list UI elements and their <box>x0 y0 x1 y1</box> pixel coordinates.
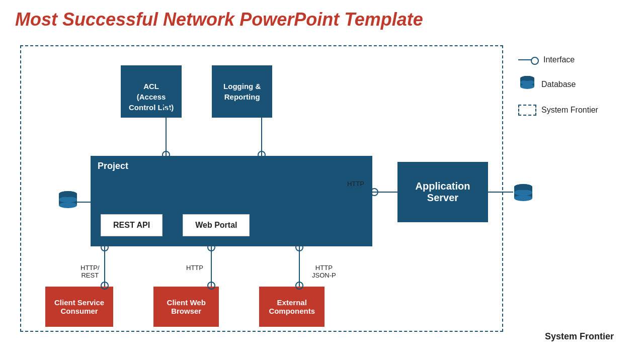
protocol-http-mid: HTTP <box>186 264 203 272</box>
legend-frontier-label: System Frontier <box>541 106 598 115</box>
bottom-boxes-container: Client Service Consumer Client Web Brows… <box>45 287 325 327</box>
diagram-area: Interface Database System Frontier ACL (… <box>15 40 629 347</box>
acl-box: ACL (Access Control List) <box>121 65 182 118</box>
rest-api-box: REST API <box>101 214 163 236</box>
client-web-box: Client Web Browser <box>153 287 219 327</box>
svg-point-33 <box>514 184 532 190</box>
svg-point-32 <box>514 190 532 196</box>
title-prefix: Most Successful <box>15 9 163 30</box>
inner-boxes: REST API Web Portal <box>101 214 250 236</box>
title-highlight: Network PowerPoint Template <box>163 9 423 30</box>
protocol-http-jsonp: HTTP JSON-P <box>312 264 336 279</box>
project-label: Project <box>98 161 128 171</box>
svg-rect-30 <box>514 187 532 198</box>
protocol-http-right: HTTP <box>347 180 364 188</box>
svg-point-29 <box>514 184 532 190</box>
legend: Interface Database System Frontier <box>518 55 619 126</box>
system-frontier-label: System Frontier <box>545 331 614 342</box>
page-title: Most Successful Network PowerPoint Templ… <box>0 0 644 35</box>
legend-interface: Interface <box>518 55 619 64</box>
logging-box: Logging & Reporting <box>212 65 272 118</box>
legend-database: Database <box>518 74 619 95</box>
legend-database-label: Database <box>541 80 576 89</box>
project-box: Project REST API Web Portal <box>91 156 372 246</box>
external-box: External Components <box>259 287 325 327</box>
app-server-box: Application Server <box>397 162 488 222</box>
client-service-box: Client Service Consumer <box>45 287 113 327</box>
svg-point-4 <box>520 76 534 81</box>
svg-point-31 <box>514 195 532 201</box>
top-boxes-container: ACL (Access Control List) Logging & Repo… <box>121 65 272 118</box>
protocol-http-rest: HTTP/ REST <box>80 264 100 279</box>
legend-interface-label: Interface <box>543 55 575 64</box>
web-portal-box: Web Portal <box>183 214 250 236</box>
legend-frontier: System Frontier <box>518 105 619 116</box>
